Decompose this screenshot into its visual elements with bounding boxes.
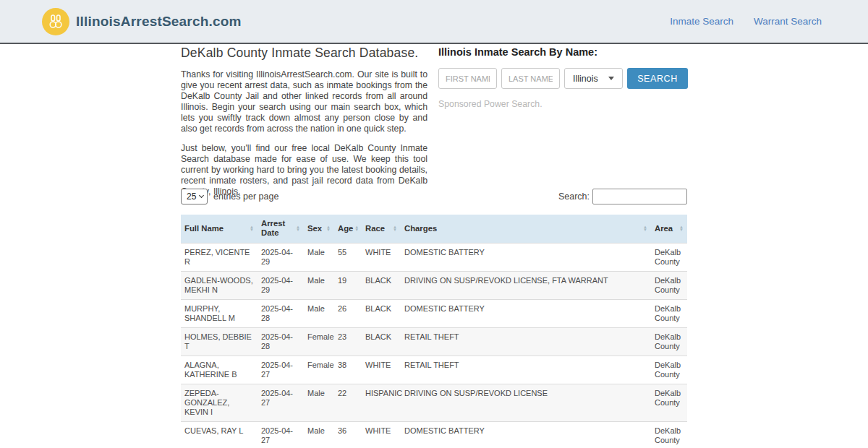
cell-age: 38 [334, 356, 362, 384]
cell-area: DeKalb County [651, 271, 687, 299]
chevron-down-icon [199, 193, 204, 198]
cell-age: 19 [334, 271, 362, 299]
nav-inmate-search[interactable]: Inmate Search [670, 16, 733, 27]
table-row[interactable]: HOLMES, DEBBIE T 2025-04-28 Female 23 BL… [181, 327, 687, 356]
table-row[interactable]: ALAGNA, KATHERINE B 2025-04-27 Female 38… [181, 356, 687, 384]
cell-area: DeKalb County [651, 384, 687, 421]
column-header-arrest-date[interactable]: Arrest Date ▲▼ [258, 215, 304, 243]
cell-age: 26 [334, 299, 362, 327]
column-header-age[interactable]: Age ▲▼ [334, 215, 362, 243]
table-row[interactable]: PEREZ, VICENTE R 2025-04-29 Male 55 WHIT… [181, 243, 687, 271]
page-title: DeKalb County Inmate Search Database. [181, 46, 427, 61]
cell-area: DeKalb County [651, 243, 687, 271]
column-header-sex[interactable]: Sex ▲▼ [304, 215, 334, 243]
cell-sex: Male [304, 243, 334, 271]
chevron-down-icon [608, 77, 614, 80]
table-search-input[interactable] [592, 189, 687, 204]
cell-arrest-date: 2025-04-29 [258, 243, 304, 271]
cell-area: DeKalb County [651, 356, 687, 384]
cell-charges: DRIVING ON SUSP/REVOKD LICENSE, FTA WARR… [401, 271, 651, 299]
table-row[interactable]: MURPHY, SHANDELL M 2025-04-28 Male 26 BL… [181, 299, 687, 327]
column-label: Race [365, 224, 385, 233]
table-row[interactable]: GADLEN-WOODS, MEKHI N 2025-04-29 Male 19… [181, 271, 687, 299]
cell-charges: DOMESTIC BATTERY [401, 299, 651, 327]
table-search-group: Search: [558, 189, 687, 204]
sort-icon[interactable]: ▲▼ [393, 225, 397, 232]
cell-race: BLACK [362, 271, 401, 299]
state-select[interactable]: Illinois [564, 68, 623, 89]
cell-sex: Female [304, 356, 334, 384]
sponsored-text: Sponsored Power Search. [438, 99, 688, 109]
column-label: Area [655, 224, 673, 233]
sort-icon[interactable]: ▲▼ [250, 225, 254, 232]
search-form: Illinois SEARCH [438, 68, 688, 89]
table-search-label: Search: [558, 191, 590, 202]
intro-paragraph-1: Thanks for visiting IllinoisArrestSearch… [181, 69, 427, 134]
cell-arrest-date: 2025-04-27 [258, 384, 304, 421]
cell-sex: Male [304, 384, 334, 421]
cell-age: 23 [334, 327, 362, 356]
cell-full-name: CUEVAS, RAY L [181, 421, 258, 448]
column-label: Arrest Date [261, 219, 294, 238]
sort-icon[interactable]: ▲▼ [326, 225, 331, 232]
search-button[interactable]: SEARCH [627, 68, 688, 89]
column-header-race[interactable]: Race ▲▼ [362, 215, 401, 243]
cell-race: WHITE [362, 243, 401, 271]
last-name-input[interactable] [501, 68, 560, 89]
intro-section: DeKalb County Inmate Search Database. Th… [181, 46, 427, 197]
sort-icon[interactable]: ▲▼ [643, 225, 647, 232]
cell-area: DeKalb County [651, 327, 687, 356]
cell-race: WHITE [362, 356, 401, 384]
cell-arrest-date: 2025-04-29 [258, 271, 304, 299]
sort-icon[interactable]: ▲▼ [354, 225, 359, 232]
sort-icon[interactable]: ▲▼ [679, 225, 684, 232]
entries-select-value: 25 [187, 191, 196, 202]
cell-arrest-date: 2025-04-28 [258, 299, 304, 327]
cell-age: 36 [334, 421, 362, 448]
cell-charges: RETAIL THEFT [401, 327, 651, 356]
handcuffs-icon [42, 8, 69, 35]
table-row[interactable]: ZEPEDA-GONZALEZ, KEVIN I 2025-04-27 Male… [181, 384, 687, 421]
cell-full-name: MURPHY, SHANDELL M [181, 299, 258, 327]
cell-race: BLACK [362, 327, 401, 356]
cell-arrest-date: 2025-04-27 [258, 356, 304, 384]
entries-per-page-select[interactable]: 25 [181, 189, 208, 204]
cell-full-name: HOLMES, DEBBIE T [181, 327, 258, 356]
state-select-value: Illinois [573, 74, 598, 84]
cell-race: HISPANIC [362, 384, 401, 421]
table-row[interactable]: CUEVAS, RAY L 2025-04-27 Male 36 WHITE D… [181, 421, 687, 448]
table-header: Full Name ▲▼ Arrest Date ▲▼ Sex ▲▼ Age ▲… [181, 215, 687, 243]
column-label: Full Name [184, 224, 224, 233]
nav-warrant-search[interactable]: Warrant Search [754, 16, 822, 27]
table-body: PEREZ, VICENTE R 2025-04-29 Male 55 WHIT… [181, 243, 687, 448]
column-label: Sex [307, 224, 322, 233]
cell-sex: Male [304, 421, 334, 448]
column-header-area[interactable]: Area ▲▼ [651, 215, 687, 243]
cell-sex: Male [304, 271, 334, 299]
cell-charges: DRIVING ON SUSP/REVOKD LICENSE [401, 384, 651, 421]
entries-per-page-label: entries per page [213, 191, 278, 202]
top-bar: IllinoisArrestSearch.com Inmate Search W… [0, 0, 868, 44]
cell-full-name: ALAGNA, KATHERINE B [181, 356, 258, 384]
cell-race: WHITE [362, 421, 401, 448]
cell-age: 22 [334, 384, 362, 421]
sort-icon[interactable]: ▲▼ [296, 225, 300, 232]
table-controls: 25 entries per page Search: [181, 188, 687, 204]
cell-arrest-date: 2025-04-27 [258, 421, 304, 448]
cell-area: DeKalb County [651, 299, 687, 327]
column-label: Age [338, 224, 353, 233]
main-nav: Inmate Search Warrant Search [670, 16, 822, 27]
cell-age: 55 [334, 243, 362, 271]
cell-race: BLACK [362, 299, 401, 327]
inmate-table: Full Name ▲▼ Arrest Date ▲▼ Sex ▲▼ Age ▲… [181, 215, 687, 448]
column-header-full-name[interactable]: Full Name ▲▼ [181, 215, 258, 243]
search-form-title: Illinois Inmate Search By Name: [438, 46, 688, 58]
column-label: Charges [404, 224, 437, 233]
first-name-input[interactable] [438, 68, 497, 89]
column-header-charges[interactable]: Charges ▲▼ [401, 215, 651, 243]
cell-charges: DOMESTIC BATTERY [401, 243, 651, 271]
site-logo[interactable]: IllinoisArrestSearch.com [42, 8, 242, 35]
cell-area: DeKalb County [651, 421, 687, 448]
cell-full-name: ZEPEDA-GONZALEZ, KEVIN I [181, 384, 258, 421]
cell-sex: Female [304, 327, 334, 356]
